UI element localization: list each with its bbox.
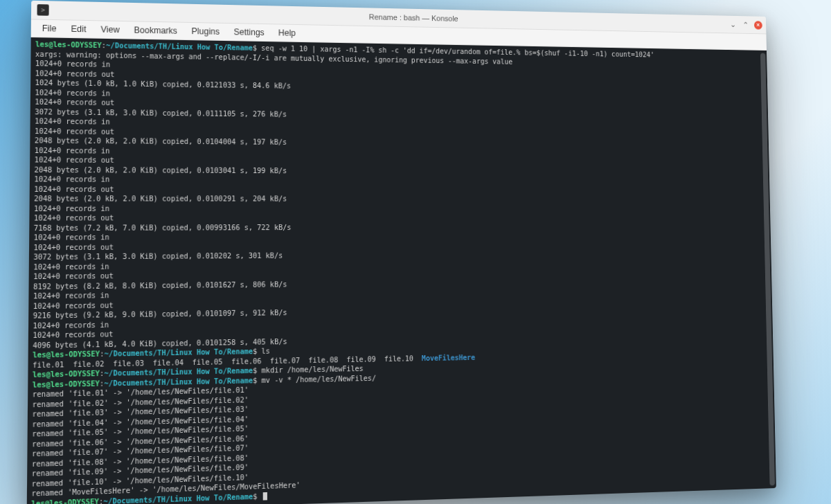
- menu-file[interactable]: File: [35, 21, 63, 36]
- terminal-icon: [37, 4, 49, 16]
- konsole-window: Rename : bash — Konsole ⌄ ⌃ × File Edit …: [27, 1, 776, 504]
- close-button[interactable]: ×: [754, 21, 762, 30]
- menu-help[interactable]: Help: [272, 26, 302, 40]
- menu-settings[interactable]: Settings: [227, 25, 271, 39]
- window-controls: ⌄ ⌃ ×: [729, 20, 762, 29]
- menu-bookmarks[interactable]: Bookmarks: [127, 23, 184, 38]
- terminal-line: 1024+0 records in: [34, 204, 767, 213]
- menu-plugins[interactable]: Plugins: [185, 24, 226, 39]
- terminal-viewport[interactable]: les@les-ODYSSEY:~/Documents/TH/Linux How…: [27, 37, 776, 504]
- maximize-button[interactable]: ⌃: [742, 21, 749, 29]
- desktop-background: Rename : bash — Konsole ⌄ ⌃ × File Edit …: [0, 0, 831, 504]
- menu-view[interactable]: View: [94, 22, 126, 37]
- terminal-line: 1024+0 records out: [34, 184, 766, 195]
- cursor: [263, 492, 267, 500]
- terminal-line: 2048 bytes (2.0 kB, 2.0 KiB) copied, 0.0…: [34, 194, 766, 204]
- menu-edit[interactable]: Edit: [64, 21, 93, 36]
- minimize-button[interactable]: ⌄: [729, 20, 736, 28]
